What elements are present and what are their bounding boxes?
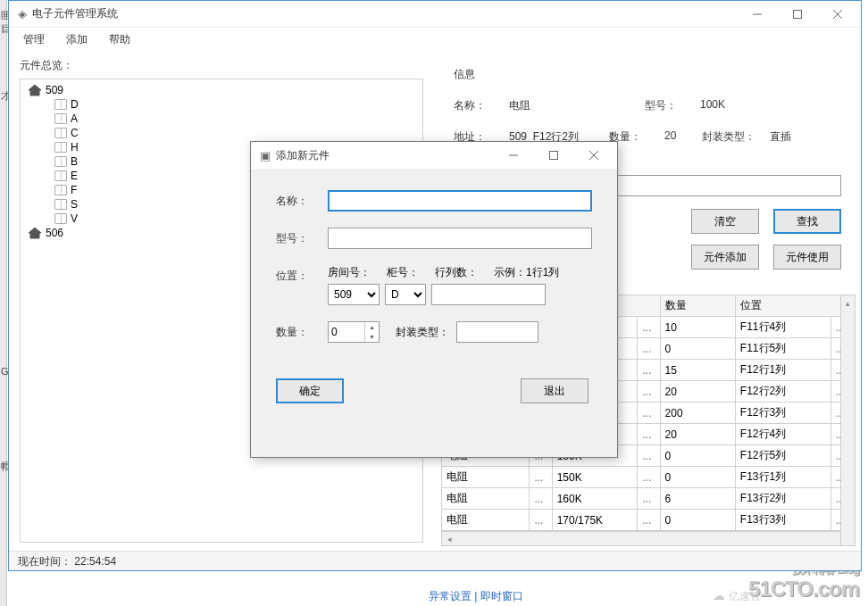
tree-header: 元件总览：	[20, 58, 423, 73]
rowcol-input[interactable]	[431, 284, 546, 305]
tree-label: 506	[46, 227, 63, 239]
rowcol-label: 行列数：	[435, 265, 487, 280]
dialog-minimize-button[interactable]	[493, 143, 533, 168]
leaf-icon	[54, 170, 67, 181]
dialog-titlebar: ▣ 添加新元件	[251, 142, 617, 169]
th-qty[interactable]: 数量	[660, 295, 735, 317]
dialog-maximize-button[interactable]	[533, 143, 573, 168]
app-icon: ◈	[18, 7, 27, 21]
dialog-close-button[interactable]	[573, 143, 613, 168]
find-button[interactable]: 查找	[773, 209, 841, 234]
pkg-label: 封装类型：	[396, 325, 449, 340]
minimize-button[interactable]	[737, 2, 777, 27]
watermark-51cto: 51CTO.com	[748, 577, 859, 602]
tree-node-509[interactable]: 509	[21, 83, 422, 97]
main-titlebar: ◈ 电子元件管理系统	[9, 1, 861, 28]
ok-button[interactable]: 确定	[276, 378, 344, 403]
clear-button[interactable]: 清空	[691, 209, 759, 234]
name-input[interactable]	[328, 190, 592, 212]
model-input[interactable]	[328, 228, 592, 249]
table-row[interactable]: 电阻...170/175K...0F13行3列...	[442, 510, 854, 531]
status-time-value: 22:54:54	[74, 555, 116, 568]
room-select[interactable]: 509	[328, 284, 380, 305]
dialog-icon: ▣	[260, 149, 271, 162]
qty-input[interactable]	[329, 322, 364, 342]
loc-label: 位置：	[276, 265, 321, 284]
house-icon	[28, 227, 42, 239]
table-row[interactable]: 电阻...150K...0F13行1列...	[442, 467, 854, 488]
house-icon	[28, 84, 42, 96]
name-label: 名称：	[276, 194, 321, 209]
svg-rect-1	[793, 10, 801, 18]
add-component-dialog: ▣ 添加新元件 名称： 型号： 位置： 房间号： 柜号： 行列数： 示例：1	[250, 141, 618, 458]
info-model-value: 100K	[700, 98, 772, 113]
model-label: 型号：	[276, 231, 321, 246]
qty-up-button[interactable]: ▲	[365, 322, 379, 332]
statusbar: 现在时间： 22:54:54	[9, 551, 861, 570]
th-loc[interactable]: 位置	[735, 295, 853, 317]
watermark-yisu: ☁ 亿速云	[713, 588, 761, 604]
vertical-scrollbar[interactable]: ▴	[840, 295, 855, 546]
leaf-icon	[54, 99, 67, 110]
horizontal-scrollbar[interactable]: ◂ ▸	[441, 531, 854, 546]
use-component-button[interactable]: 元件使用	[773, 245, 841, 270]
quantity-stepper[interactable]: ▲ ▼	[328, 321, 380, 343]
room-label: 房间号：	[328, 265, 380, 280]
tree-node-A[interactable]: A	[21, 112, 422, 126]
exit-button[interactable]: 退出	[521, 378, 588, 403]
example-label: 示例：1行1列	[494, 265, 559, 280]
maximize-button[interactable]	[777, 2, 817, 27]
info-pkg-label: 封装类型：	[702, 129, 759, 145]
leaf-icon	[54, 156, 67, 167]
info-pkg-value: 直插	[770, 129, 841, 145]
leaf-icon	[54, 185, 67, 195]
cabinet-select[interactable]: D	[385, 284, 426, 305]
qty-label: 数量：	[276, 325, 321, 340]
svg-rect-5	[549, 152, 557, 160]
leaf-icon	[54, 142, 67, 153]
status-time-label: 现在时间：	[18, 555, 71, 568]
pkg-input[interactable]	[456, 321, 538, 343]
scroll-up-icon[interactable]: ▴	[841, 295, 855, 311]
tree-node-D[interactable]: D	[21, 97, 422, 112]
background-edge: 匪目 才 G 帽	[0, 0, 7, 606]
footer-link: 异常设置 | 即时窗口	[429, 589, 523, 604]
dialog-title: 添加新元件	[276, 148, 493, 163]
tree-label: 509	[46, 84, 63, 96]
close-button[interactable]	[817, 2, 857, 27]
menu-help[interactable]: 帮助	[102, 30, 138, 49]
info-model-label: 型号：	[645, 98, 689, 113]
info-name-value: 电阻	[509, 98, 634, 113]
leaf-icon	[54, 128, 67, 138]
info-title: 信息	[454, 67, 841, 82]
cab-label: 柜号：	[387, 265, 428, 280]
add-component-button[interactable]: 元件添加	[691, 245, 759, 270]
tree-node-C[interactable]: C	[21, 126, 422, 140]
qty-down-button[interactable]: ▼	[365, 332, 379, 342]
menu-manage[interactable]: 管理	[16, 30, 52, 49]
menu-add[interactable]: 添加	[59, 30, 95, 49]
app-title: 电子元件管理系统	[32, 6, 737, 21]
menubar: 管理 添加 帮助	[9, 28, 861, 51]
leaf-icon	[54, 213, 67, 224]
info-name-label: 名称：	[454, 98, 498, 113]
leaf-icon	[54, 113, 67, 124]
info-qty-value: 20	[664, 129, 691, 145]
table-row[interactable]: 电阻...160K...6F13行2列...	[442, 488, 854, 510]
leaf-icon	[54, 199, 67, 210]
scroll-left-icon[interactable]: ◂	[442, 532, 457, 545]
